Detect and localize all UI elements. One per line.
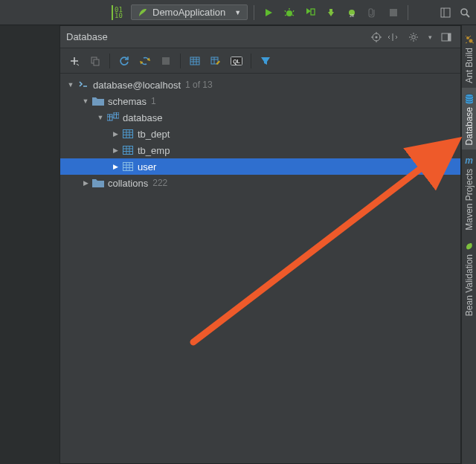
toolbar-separator: [251, 54, 251, 68]
profile-button[interactable]: [323, 4, 339, 21]
svg-rect-4: [390, 9, 397, 16]
spring-leaf-icon: [138, 7, 148, 18]
expand-arrow-icon[interactable]: ▶: [81, 178, 90, 187]
svg-line-8: [466, 14, 469, 17]
svg-point-26: [466, 36, 469, 39]
expand-arrow-icon[interactable]: ▼: [81, 97, 90, 106]
table-icon: [121, 129, 135, 139]
expand-arrow-icon[interactable]: ▼: [96, 113, 105, 122]
config-name: DemoApplication: [152, 7, 225, 18]
attach-button[interactable]: [364, 4, 381, 21]
expand-arrow-icon[interactable]: ▶: [111, 146, 120, 155]
folder-icon: [91, 178, 105, 188]
svg-point-7: [461, 9, 467, 15]
panel-title: Database: [66, 31, 108, 42]
run-button[interactable]: [260, 4, 277, 21]
datasource-icon: [77, 80, 90, 90]
filter-icon[interactable]: [256, 51, 275, 71]
toolbar-separator: [109, 54, 110, 68]
chevron-down-icon: ▼: [234, 9, 241, 16]
expand-arrow-icon[interactable]: ▼: [66, 80, 75, 89]
database-panel: Database ▾: [60, 25, 461, 464]
svg-point-27: [469, 39, 472, 43]
table-view-icon[interactable]: [185, 51, 205, 71]
svg-rect-16: [162, 57, 170, 65]
svg-text:QL: QL: [233, 58, 240, 64]
table-node[interactable]: ▶ user: [60, 158, 460, 175]
maven-icon: m: [464, 155, 475, 166]
debug-jr-button[interactable]: JR: [344, 4, 360, 21]
ant-icon: [464, 34, 475, 45]
schema-icon: [106, 112, 120, 123]
svg-point-0: [286, 10, 292, 16]
right-tool-rail: Ant Build Database m Maven Projects Bean…: [461, 25, 476, 464]
duplicate-button[interactable]: [86, 51, 105, 71]
refresh-button[interactable]: [115, 51, 134, 71]
svg-point-11: [412, 35, 416, 39]
debug-button[interactable]: [281, 4, 298, 21]
search-everywhere-icon[interactable]: [457, 4, 473, 21]
main-toolbar: 01 10 DemoApplication ▼ JR: [0, 0, 476, 25]
folder-icon: [91, 96, 105, 106]
expand-arrow-icon[interactable]: ▶: [111, 129, 120, 138]
svg-point-10: [376, 36, 378, 38]
table-node[interactable]: ▶ tb_dept: [60, 126, 460, 142]
left-gutter: [0, 25, 60, 464]
target-icon[interactable]: [368, 29, 385, 45]
toolbar-separator: [180, 54, 181, 68]
toolbar-separator: [254, 5, 254, 20]
toolbar-separator: [408, 5, 408, 20]
svg-rect-25: [123, 163, 133, 171]
svg-rect-13: [448, 33, 451, 41]
rail-tab-maven[interactable]: m Maven Projects: [462, 149, 476, 235]
add-datasource-button[interactable]: [65, 51, 84, 71]
edit-table-icon[interactable]: [206, 51, 225, 71]
collations-node[interactable]: ▶ collations 222: [60, 175, 460, 191]
rail-tab-ant[interactable]: Ant Build: [462, 28, 476, 88]
table-icon: [121, 161, 135, 172]
split-icon[interactable]: [385, 29, 401, 45]
schemas-node[interactable]: ▼ schemas 1: [60, 93, 460, 109]
settings-icon[interactable]: [405, 29, 422, 45]
database-icon: [464, 94, 475, 104]
layout-icon[interactable]: [437, 4, 454, 21]
table-icon: [121, 145, 135, 155]
rail-tab-database[interactable]: Database: [462, 88, 476, 149]
expand-arrow-icon[interactable]: ▶: [111, 162, 120, 171]
svg-rect-17: [190, 57, 199, 65]
hide-panel-icon[interactable]: [438, 29, 454, 45]
settings-chevron-icon[interactable]: ▾: [422, 29, 438, 45]
svg-rect-15: [94, 59, 99, 65]
rail-tab-bean[interactable]: Bean Validation: [462, 235, 476, 320]
tree[interactable]: ▼ database@localhost 1 of 13 ▼ schemas 1…: [60, 74, 460, 191]
stop-button[interactable]: [385, 4, 402, 21]
console-button[interactable]: QL: [227, 51, 246, 71]
stop-button[interactable]: [156, 51, 176, 71]
sync-button[interactable]: [135, 51, 155, 71]
run-config-selector[interactable]: DemoApplication ▼: [131, 4, 248, 20]
binary-icon[interactable]: 01 10: [112, 5, 126, 20]
svg-rect-5: [441, 8, 450, 17]
table-node[interactable]: ▶ tb_emp: [60, 142, 460, 158]
svg-rect-23: [123, 130, 133, 138]
panel-toolbar: QL: [60, 48, 460, 74]
svg-text:JR: JR: [350, 13, 355, 18]
svg-rect-1: [311, 9, 315, 15]
bean-icon: [464, 241, 475, 251]
panel-header: Database ▾: [60, 26, 460, 48]
datasource-node[interactable]: ▼ database@localhost 1 of 13: [60, 77, 460, 93]
database-node[interactable]: ▼ database: [60, 109, 460, 126]
svg-rect-24: [123, 146, 133, 155]
coverage-button[interactable]: [302, 4, 318, 21]
